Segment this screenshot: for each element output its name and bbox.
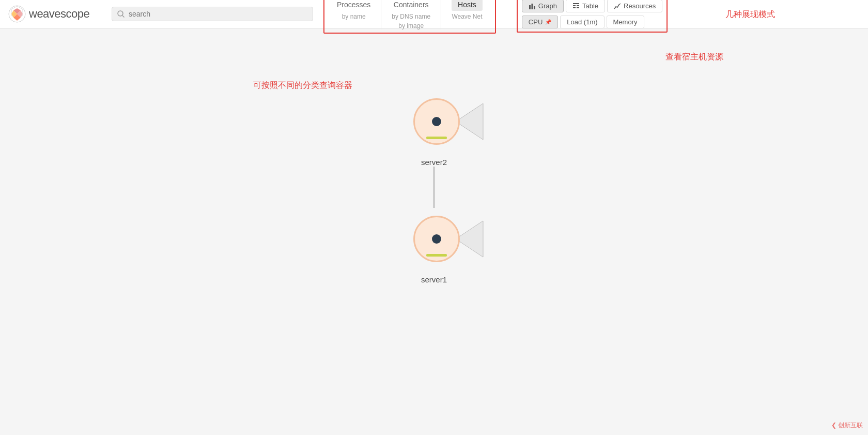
table-view-button[interactable]: Table [566, 0, 605, 12]
server1-node[interactable]: server1 [398, 208, 470, 284]
annotation-modes: 几种展现模式 [725, 9, 775, 20]
hosts-sub-weavenet[interactable]: Weave Net [452, 13, 482, 20]
memory-metric-button[interactable]: Memory [607, 16, 644, 28]
server2-label: server2 [421, 158, 447, 167]
logo-area: weavescope [8, 5, 112, 23]
load-metric-button[interactable]: Load (1m) [560, 16, 604, 28]
server2-inner-dot [432, 117, 441, 126]
svg-rect-9 [573, 7, 576, 8]
server1-label: server1 [421, 275, 447, 284]
server1-visual [398, 208, 470, 270]
nav-separator-2 [441, 0, 441, 29]
graph-area: server2 server1 [398, 91, 470, 284]
svg-point-1 [118, 11, 123, 16]
main-content: server2 server1 [0, 28, 868, 284]
logo-icon [8, 5, 26, 23]
containers-sub-bydns[interactable]: by DNS name [392, 13, 430, 20]
pin-icon: 📌 [545, 19, 551, 25]
containers-label: Containers [394, 0, 429, 11]
svg-rect-5 [534, 6, 535, 9]
svg-rect-7 [573, 5, 576, 6]
nav-tabs-area: Processes by name Containers by DNS name… [323, 0, 496, 34]
svg-rect-8 [577, 5, 579, 6]
server2-circle [413, 98, 460, 145]
svg-rect-3 [529, 5, 531, 9]
view-modes-area: Graph Table Resources [517, 0, 668, 33]
view-mode-row-1: Graph Table Resources [522, 0, 662, 12]
nav-group-processes[interactable]: Processes by name [329, 0, 379, 21]
nav-group-hosts[interactable]: Hosts Weave Net [443, 0, 491, 21]
graph-icon [529, 3, 536, 10]
nav-separator-1 [381, 0, 381, 29]
nav-group-containers[interactable]: Containers by DNS name by image [383, 0, 439, 31]
server2-node[interactable]: server2 [398, 91, 470, 167]
logo-text: weavescope [29, 7, 89, 21]
view-mode-row-2: CPU 📌 Load (1m) Memory [522, 16, 662, 28]
table-icon [572, 3, 580, 10]
containers-sub-byimage[interactable]: by image [398, 22, 424, 29]
server1-circle [413, 216, 460, 262]
graph-view-button[interactable]: Graph [522, 0, 564, 12]
navbar: weavescope Processes by name Containers … [0, 0, 868, 28]
server2-visual [398, 91, 470, 153]
svg-rect-6 [573, 3, 579, 4]
cpu-metric-button[interactable]: CPU 📌 [522, 16, 558, 28]
svg-line-2 [122, 16, 125, 18]
hosts-label: Hosts [452, 0, 483, 11]
server1-inner-dot [432, 234, 441, 244]
resources-view-button[interactable]: Resources [607, 0, 662, 12]
connector-line [433, 167, 435, 208]
search-icon [117, 10, 125, 18]
search-area[interactable] [112, 7, 313, 21]
svg-rect-10 [577, 7, 579, 8]
processes-label: Processes [337, 0, 370, 11]
watermark: ❮ 创新互联 [831, 421, 863, 430]
search-input[interactable] [129, 10, 307, 18]
resources-icon [614, 3, 621, 10]
svg-rect-4 [531, 4, 533, 9]
processes-sub-byname[interactable]: by name [342, 13, 366, 20]
